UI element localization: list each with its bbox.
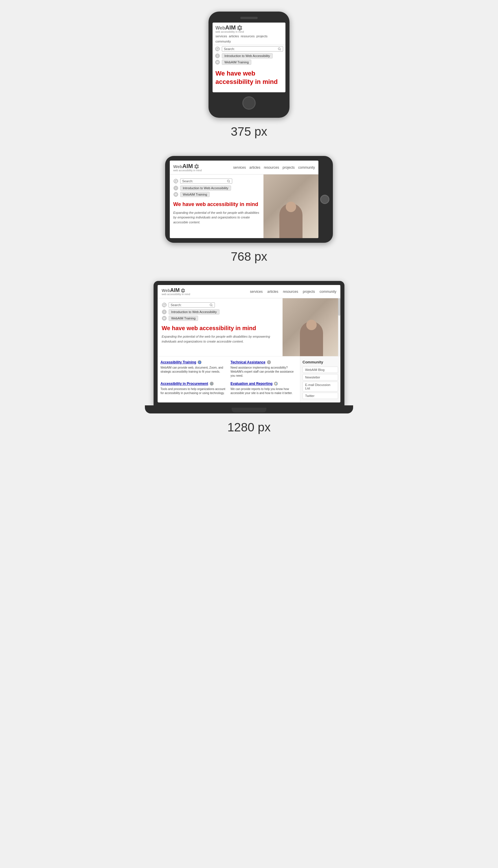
laptop-nav[interactable]: services articles resources projects com… bbox=[250, 290, 336, 294]
tablet-intro-link-btn[interactable]: Introduction to Web Accessibility bbox=[180, 185, 231, 191]
laptop-base-notch bbox=[232, 408, 266, 412]
tablet-logo-group: WebAIM web accessibility in mind bbox=[173, 163, 202, 172]
tablet-screen: WebAIM web accessibility in mind service… bbox=[170, 160, 318, 238]
community-link-blog[interactable]: WebAIM Blog bbox=[302, 366, 338, 373]
laptop-nav-community[interactable]: community bbox=[319, 290, 336, 294]
tablet-intro-link-icon: i bbox=[173, 185, 179, 191]
gear-icon bbox=[237, 25, 243, 31]
svg-text:i: i bbox=[217, 54, 218, 57]
service-icon-procurement: 🛒 bbox=[209, 381, 214, 386]
tablet-nav[interactable]: services articles resources projects com… bbox=[233, 166, 315, 170]
tablet-nav-resources[interactable]: resources bbox=[264, 166, 279, 170]
laptop-label: 1280 px bbox=[227, 420, 271, 434]
svg-line-4 bbox=[280, 50, 281, 50]
laptop-search-row: Search: bbox=[162, 301, 278, 309]
community-link-email-list[interactable]: E-mail Discussion List bbox=[302, 381, 338, 391]
community-link-twitter[interactable]: Twitter bbox=[302, 393, 338, 399]
laptop-nav-resources[interactable]: resources bbox=[283, 290, 298, 294]
laptop-intro-link-icon: i bbox=[162, 309, 167, 314]
laptop-nav-services[interactable]: services bbox=[250, 290, 263, 294]
tablet-frame: WebAIM web accessibility in mind service… bbox=[165, 156, 333, 243]
service-link-evaluation[interactable]: Evaluation and Reporting bbox=[231, 381, 272, 386]
laptop-hero-title: We have web accessibility in mind bbox=[162, 324, 278, 332]
tablet-nav-projects[interactable]: projects bbox=[283, 166, 295, 170]
laptop-hero-area: Search: i bbox=[158, 298, 340, 356]
tablet-nav-community[interactable]: community bbox=[298, 166, 315, 170]
laptop-gear-icon bbox=[181, 288, 185, 293]
tablet-logo-top: WebAIM bbox=[173, 163, 202, 170]
tablet-section: WebAIM web accessibility in mind service… bbox=[165, 156, 333, 263]
laptop-logo-top: WebAIM bbox=[162, 287, 190, 294]
laptop-training-link-btn[interactable]: WebAIM Training bbox=[169, 316, 198, 321]
tablet-header: WebAIM web accessibility in mind service… bbox=[170, 160, 318, 174]
laptop-intro-link-btn[interactable]: Introduction to Web Accessibility bbox=[169, 309, 220, 314]
svg-point-12 bbox=[227, 180, 230, 182]
svg-line-22 bbox=[212, 306, 212, 307]
svg-text:W: W bbox=[163, 317, 166, 320]
service-link-accessibility-training[interactable]: Accessibility Training bbox=[160, 360, 196, 364]
phone-logo-subtitle: web accessibility in mind bbox=[215, 30, 244, 33]
phone-nav-projects[interactable]: projects bbox=[256, 35, 267, 38]
service-link-technical-assistance[interactable]: Technical Assistance bbox=[231, 360, 265, 364]
service-title-evaluation[interactable]: Evaluation and Reporting 📊 bbox=[231, 381, 297, 386]
phone-nav[interactable]: services articles resources projects com… bbox=[215, 35, 283, 43]
tablet-training-link-icon: W bbox=[173, 192, 179, 197]
phone-search-submit-icon[interactable] bbox=[278, 47, 281, 51]
service-item-evaluation: Evaluation and Reporting 📊 We can provid… bbox=[231, 381, 297, 395]
phone-logo-row: WebAIM bbox=[215, 24, 244, 31]
service-title-technical-assistance[interactable]: Technical Assistance ? bbox=[231, 360, 297, 365]
laptop-community-sidebar: Community WebAIM Blog Newsletter E-mail … bbox=[300, 357, 340, 402]
laptop-scrollbar[interactable] bbox=[338, 298, 340, 356]
phone-intro-link-btn[interactable]: Introduction to Web Accessibility bbox=[222, 53, 273, 59]
phone-nav-services[interactable]: services bbox=[215, 35, 227, 38]
tablet-search-input[interactable]: Search: bbox=[180, 179, 232, 184]
service-desc-technical-assistance: Need assistance implementing accessibili… bbox=[231, 366, 297, 378]
laptop-frame: WebAIM web accessibility in mind service… bbox=[154, 281, 344, 405]
svg-text:📊: 📊 bbox=[275, 383, 277, 385]
phone-training-link-btn[interactable]: WebAIM Training bbox=[222, 60, 251, 65]
phone-nav-resources[interactable]: resources bbox=[240, 35, 254, 38]
tablet-gear-icon bbox=[194, 164, 199, 169]
tablet-hero-area: Search: i Introduction bbox=[170, 174, 318, 238]
tablet-hero-title: We have web accessibility in mind bbox=[173, 201, 260, 208]
tablet-search-row: Search: bbox=[173, 177, 260, 185]
tablet-nav-services[interactable]: services bbox=[233, 166, 246, 170]
service-item-procurement: Accessibility in Procurement 🛒 Tools and… bbox=[160, 381, 227, 395]
phone-label: 375 px bbox=[231, 125, 267, 139]
phone-nav-community[interactable]: community bbox=[215, 40, 231, 43]
phone-screen: WebAIM web accessibility in mind service… bbox=[212, 23, 286, 92]
laptop-logo-subtitle: web accessibility in mind bbox=[162, 293, 190, 296]
service-title-accessibility-training[interactable]: Accessibility Training ♿ bbox=[160, 360, 227, 365]
tablet-search-submit-icon[interactable] bbox=[227, 179, 230, 183]
phone-search-input[interactable]: Search: bbox=[222, 46, 283, 52]
tablet-hero-subtitle: Expanding the potential of the web for p… bbox=[173, 210, 260, 225]
laptop-search-label: Search: bbox=[171, 303, 182, 307]
tablet-training-link-btn[interactable]: WebAIM Training bbox=[180, 192, 210, 197]
service-title-procurement[interactable]: Accessibility in Procurement 🛒 bbox=[160, 381, 227, 386]
community-link-newsletter[interactable]: Newsletter bbox=[302, 374, 338, 380]
phone-logo-brand: WebAIM bbox=[215, 24, 236, 31]
laptop-header: WebAIM web accessibility in mind service… bbox=[158, 285, 340, 298]
service-icon-accessibility-training: ♿ bbox=[197, 360, 202, 365]
phone-link-row-1: i Introduction to Web Accessibility bbox=[212, 53, 286, 59]
laptop-search-input[interactable]: Search: bbox=[169, 302, 215, 308]
laptop-base bbox=[145, 405, 353, 413]
service-item-accessibility-training: Accessibility Training ♿ WebAIM can prov… bbox=[160, 360, 227, 378]
tablet-hero-image bbox=[263, 174, 318, 238]
laptop-hero-left: Search: i bbox=[158, 298, 283, 356]
tablet-label: 768 px bbox=[231, 250, 267, 263]
laptop-nav-articles[interactable]: articles bbox=[267, 290, 278, 294]
phone-nav-articles[interactable]: articles bbox=[229, 35, 239, 38]
svg-point-21 bbox=[210, 304, 212, 306]
laptop-hero-image bbox=[283, 298, 340, 356]
laptop-wrapper: WebAIM web accessibility in mind service… bbox=[145, 281, 353, 413]
phone-section: WebAIM web accessibility in mind service… bbox=[209, 12, 289, 139]
phone-logo: WebAIM web accessibility in mind bbox=[215, 24, 244, 33]
tablet-logo-subtitle: web accessibility in mind bbox=[173, 169, 202, 172]
service-link-procurement[interactable]: Accessibility in Procurement bbox=[160, 381, 208, 386]
phone-search-row: Search: bbox=[212, 45, 286, 53]
laptop-nav-projects[interactable]: projects bbox=[303, 290, 315, 294]
laptop-search-submit-icon[interactable] bbox=[209, 303, 213, 307]
tablet-nav-articles[interactable]: articles bbox=[249, 166, 260, 170]
phone-frame: WebAIM web accessibility in mind service… bbox=[209, 12, 289, 118]
